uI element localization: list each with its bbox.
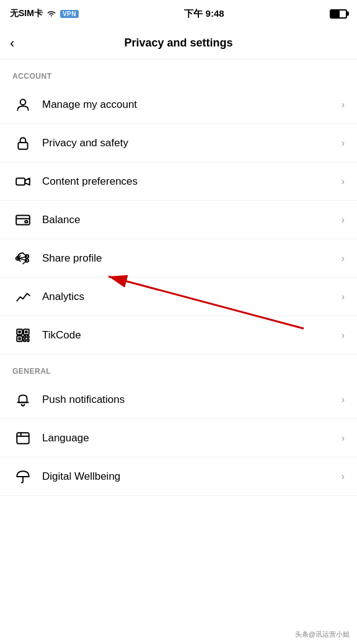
chevron-analytics: › (342, 291, 345, 302)
page-title: Privacy and settings (124, 37, 232, 50)
chevron-language: › (342, 433, 345, 444)
status-time: 下午 9:48 (184, 8, 224, 20)
svg-point-0 (20, 99, 26, 105)
menu-label-push-notifications: Push notifications (42, 394, 342, 406)
svg-rect-15 (27, 336, 29, 338)
menu-label-privacy-safety: Privacy and safety (42, 137, 342, 149)
menu-item-analytics[interactable]: Analytics› (0, 278, 357, 316)
chevron-push-notifications: › (342, 394, 345, 405)
chevron-privacy-safety: › (342, 138, 345, 149)
menu-label-digital-wellbeing: Digital Wellbeing (42, 470, 342, 483)
svg-rect-2 (16, 178, 25, 185)
status-right (330, 9, 347, 19)
svg-rect-13 (25, 330, 27, 333)
svg-rect-16 (24, 339, 25, 341)
svg-rect-18 (17, 433, 29, 443)
language-icon (12, 428, 33, 449)
bell-icon (12, 389, 33, 410)
chevron-manage-account: › (342, 99, 345, 110)
menu-label-language: Language (42, 432, 342, 444)
wallet-icon (12, 210, 33, 231)
svg-rect-4 (25, 221, 27, 223)
svg-rect-12 (18, 337, 20, 340)
watermark: 头条@讯运营小姐 (295, 630, 350, 639)
menu-label-tikcode: TikCode (42, 329, 342, 342)
svg-rect-11 (18, 330, 20, 333)
menu-item-digital-wellbeing[interactable]: Digital Wellbeing› (0, 457, 357, 496)
menu-item-balance[interactable]: Balance› (0, 201, 357, 239)
svg-rect-3 (16, 215, 30, 224)
menu-label-share-profile: Share profile (42, 252, 342, 265)
carrier-label: 无SIM卡 (10, 8, 43, 19)
back-button[interactable]: ‹ (10, 35, 14, 51)
menu-item-tikcode[interactable]: TikCode› (0, 316, 357, 355)
menu-item-privacy-safety[interactable]: Privacy and safety› (0, 124, 357, 162)
menu-item-language[interactable]: Language› (0, 419, 357, 457)
settings-content: ACCOUNTManage my account›Privacy and saf… (0, 60, 357, 496)
header: ‹ Privacy and settings (0, 27, 357, 60)
menu-item-share-profile[interactable]: Share profile› (0, 239, 357, 278)
umbrella-icon (12, 466, 33, 487)
share-icon (12, 248, 33, 269)
menu-label-balance: Balance (42, 214, 342, 226)
vpn-badge: VPN (60, 10, 79, 18)
section-label-general: GENERAL (0, 355, 357, 381)
svg-rect-17 (27, 339, 29, 341)
chevron-balance: › (342, 214, 345, 226)
chevron-content-preferences: › (342, 176, 345, 187)
svg-rect-1 (18, 142, 27, 149)
chevron-share-profile: › (342, 253, 345, 264)
tikcode-icon (12, 325, 33, 346)
status-bar: 无SIM卡 VPN 下午 9:48 (0, 0, 357, 27)
chevron-digital-wellbeing: › (342, 471, 345, 482)
person-icon (12, 94, 33, 115)
lock-icon (12, 133, 33, 154)
menu-item-content-preferences[interactable]: Content preferences› (0, 162, 357, 201)
menu-item-push-notifications[interactable]: Push notifications› (0, 381, 357, 419)
battery-icon (330, 9, 347, 19)
status-left: 无SIM卡 VPN (10, 8, 79, 19)
menu-label-analytics: Analytics (42, 291, 342, 303)
menu-label-content-preferences: Content preferences (42, 175, 342, 188)
menu-item-manage-account[interactable]: Manage my account› (0, 86, 357, 124)
menu-label-manage-account: Manage my account (42, 99, 342, 111)
wifi-icon (46, 10, 56, 17)
analytics-icon (12, 286, 33, 307)
svg-rect-14 (24, 336, 25, 338)
chevron-tikcode: › (342, 330, 345, 341)
section-label-account: ACCOUNT (0, 60, 357, 86)
video-icon (12, 171, 33, 192)
